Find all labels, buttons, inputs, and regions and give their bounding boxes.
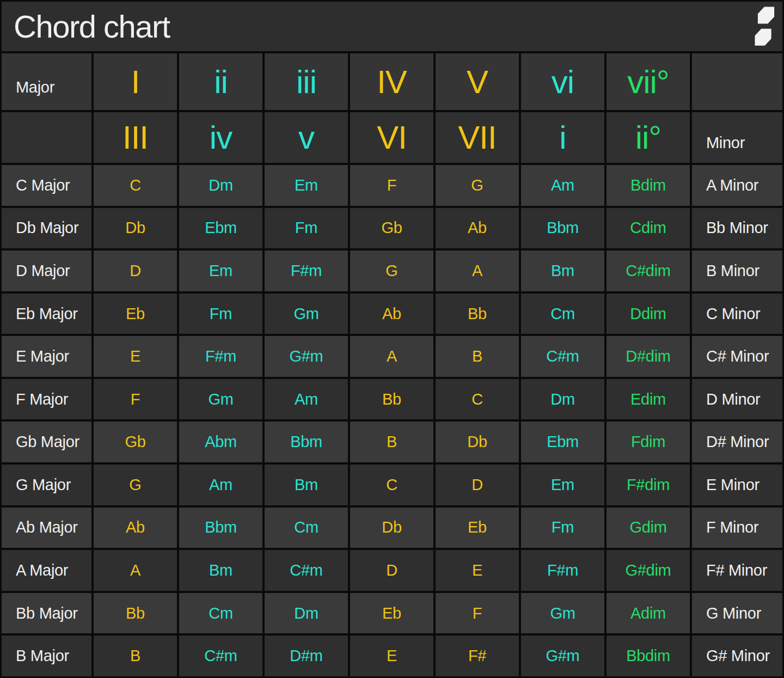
row-key-label: B Major — [2, 636, 91, 676]
degree-cell: i — [521, 112, 604, 163]
table-row: Gb Major Gb Abm Bbm B Db Ebm Fdim D# Min… — [2, 422, 782, 462]
chord-cell: Ebm — [179, 208, 262, 249]
chord-cell: Dm — [521, 379, 604, 420]
chord-cell: Fm — [265, 208, 348, 249]
table-row: C Major C Dm Em F G Am Bdim A Minor — [2, 165, 782, 206]
chord-cell: B — [350, 422, 433, 462]
chord-cell: D — [436, 465, 519, 505]
relative-minor-label: D Minor — [692, 379, 782, 420]
row-key-label: A Major — [2, 550, 91, 591]
table-row: D Major D Em F#m G A Bm C#dim B Minor — [2, 251, 782, 291]
chord-cell: F — [350, 165, 433, 206]
chord-cell: Fm — [521, 508, 604, 548]
chord-cell: Cm — [265, 508, 348, 548]
chord-cell: Eb — [436, 508, 519, 548]
chord-cell: Gm — [179, 379, 262, 420]
table-row: Db Major Db Ebm Fm Gb Ab Bbm Cdim Bb Min… — [2, 208, 782, 249]
chord-chart-page: Chord chart Major I ii iii IV V vi vii° … — [0, 0, 784, 678]
chord-cell: C#dim — [607, 251, 690, 291]
chord-cell: Fdim — [607, 422, 690, 462]
relative-minor-label: C Minor — [692, 294, 782, 334]
row-key-label: C Major — [2, 165, 91, 206]
chord-cell: Am — [265, 379, 348, 420]
relative-minor-label: G Minor — [692, 593, 782, 634]
relative-minor-label: A Minor — [692, 165, 782, 206]
chord-cell: Em — [265, 165, 348, 206]
empty-cell — [692, 53, 782, 110]
page-title: Chord chart — [14, 8, 170, 45]
chord-cell: Db — [350, 508, 433, 548]
degree-cell: VII — [436, 112, 519, 163]
splice-logo-icon — [752, 7, 775, 47]
chord-cell: Gm — [521, 593, 604, 634]
chord-chart-table: Major I ii iii IV V vi vii° III iv v VI … — [2, 53, 782, 676]
chord-cell: G — [94, 465, 177, 505]
row-key-label: D Major — [2, 251, 91, 291]
chord-cell: F# — [436, 636, 519, 676]
table-row: B Major B C#m D#m E F# G#m Bbdim G# Mino… — [2, 636, 782, 676]
chord-cell: Eb — [350, 593, 433, 634]
table-row: G Major G Am Bm C D Em F#dim E Minor — [2, 465, 782, 505]
chord-cell: F — [94, 379, 177, 420]
chord-cell: Bb — [94, 593, 177, 634]
chord-cell: E — [350, 636, 433, 676]
row-key-label: Eb Major — [2, 294, 91, 334]
row-key-label: Bb Major — [2, 593, 91, 634]
chord-cell: Bm — [179, 550, 262, 591]
table-row: F Major F Gm Am Bb C Dm Edim D Minor — [2, 379, 782, 420]
chord-cell: Bb — [350, 379, 433, 420]
chord-cell: C#m — [265, 550, 348, 591]
chord-cell: Bm — [521, 251, 604, 291]
chord-cell: D — [350, 550, 433, 591]
table-row: Eb Major Eb Fm Gm Ab Bb Cm Ddim C Minor — [2, 294, 782, 334]
chord-cell: F#dim — [607, 465, 690, 505]
chord-cell: C — [436, 379, 519, 420]
chord-cell: Bbm — [179, 508, 262, 548]
chord-cell: A — [436, 251, 519, 291]
chord-cell: Ab — [436, 208, 519, 249]
degree-cell: III — [94, 112, 177, 163]
chord-cell: Ab — [94, 508, 177, 548]
title-bar: Chord chart — [2, 2, 782, 51]
chord-cell: Fm — [179, 294, 262, 334]
degree-cell: vi — [521, 53, 604, 110]
degree-cell: I — [94, 53, 177, 110]
chord-cell: C#m — [179, 636, 262, 676]
minor-degree-header-row: III iv v VI VII i ii° Minor — [2, 112, 782, 163]
degree-cell: ii — [179, 53, 262, 110]
chord-cell: Abm — [179, 422, 262, 462]
degree-cell: iii — [265, 53, 348, 110]
chord-cell: Gdim — [607, 508, 690, 548]
chord-cell: Am — [179, 465, 262, 505]
chord-cell: Dm — [179, 165, 262, 206]
chord-cell: Bbm — [265, 422, 348, 462]
table-row: E Major E F#m G#m A B C#m D#dim C# Minor — [2, 336, 782, 377]
chord-cell: Bb — [436, 294, 519, 334]
degree-cell: v — [265, 112, 348, 163]
row-key-label: Gb Major — [2, 422, 91, 462]
chord-cell: Bdim — [607, 165, 690, 206]
chord-cell: Ddim — [607, 294, 690, 334]
chord-cell: C — [350, 465, 433, 505]
chord-cell: G#m — [521, 636, 604, 676]
chord-cell: Eb — [94, 294, 177, 334]
degree-cell: ii° — [607, 112, 690, 163]
degree-cell: VI — [350, 112, 433, 163]
chord-cell: Gm — [265, 294, 348, 334]
chord-cell: Am — [521, 165, 604, 206]
chord-cell: Gb — [94, 422, 177, 462]
chord-cell: Db — [436, 422, 519, 462]
chord-cell: D#dim — [607, 336, 690, 377]
chord-cell: F#m — [265, 251, 348, 291]
table-row: A Major A Bm C#m D E F#m G#dim F# Minor — [2, 550, 782, 591]
major-axis-label: Major — [2, 53, 91, 110]
chord-cell: Adim — [607, 593, 690, 634]
row-key-label: E Major — [2, 336, 91, 377]
table-row: Ab Major Ab Bbm Cm Db Eb Fm Gdim F Minor — [2, 508, 782, 548]
chord-cell: F#m — [179, 336, 262, 377]
empty-cell — [2, 112, 91, 163]
relative-minor-label: Bb Minor — [692, 208, 782, 249]
chord-cell: Ebm — [521, 422, 604, 462]
table-row: Bb Major Bb Cm Dm Eb F Gm Adim G Minor — [2, 593, 782, 634]
chord-cell: D — [94, 251, 177, 291]
